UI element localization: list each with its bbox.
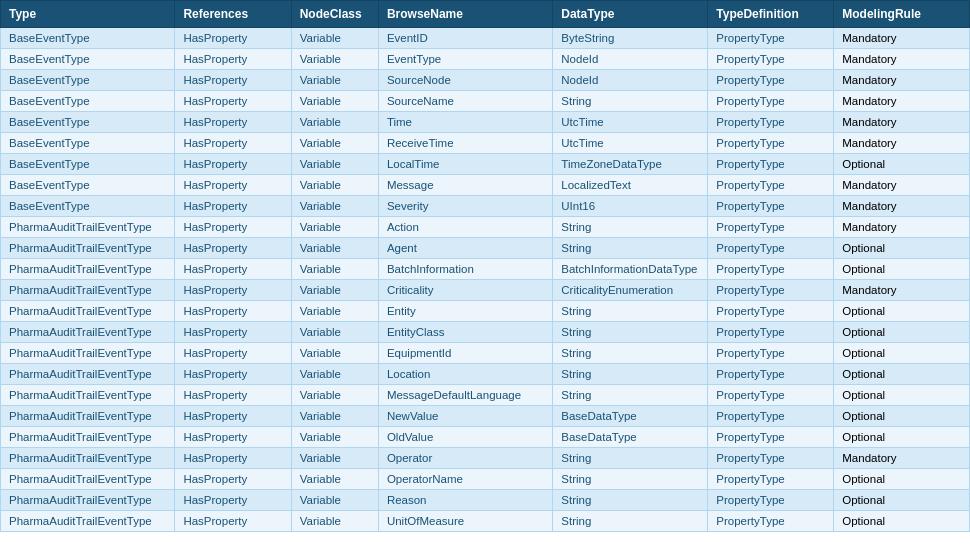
cell-datatype: String — [553, 448, 708, 469]
cell-typedefinition: PropertyType — [708, 70, 834, 91]
cell-browsename: SourceName — [378, 91, 552, 112]
cell-typedefinition: PropertyType — [708, 238, 834, 259]
table-row: BaseEventTypeHasPropertyVariableSourceNa… — [1, 91, 970, 112]
cell-nodeclass: Variable — [291, 427, 378, 448]
cell-references: HasProperty — [175, 133, 291, 154]
cell-references: HasProperty — [175, 406, 291, 427]
cell-datatype: TimeZoneDataType — [553, 154, 708, 175]
cell-type: BaseEventType — [1, 70, 175, 91]
cell-browsename: UnitOfMeasure — [378, 511, 552, 532]
cell-browsename: Message — [378, 175, 552, 196]
cell-datatype: LocalizedText — [553, 175, 708, 196]
cell-nodeclass: Variable — [291, 154, 378, 175]
table-row: BaseEventTypeHasPropertyVariableReceiveT… — [1, 133, 970, 154]
cell-browsename: Location — [378, 364, 552, 385]
cell-browsename: SourceNode — [378, 70, 552, 91]
cell-modelingrule: Optional — [834, 301, 970, 322]
cell-type: PharmaAuditTrailEventType — [1, 280, 175, 301]
cell-nodeclass: Variable — [291, 448, 378, 469]
cell-datatype: String — [553, 322, 708, 343]
cell-nodeclass: Variable — [291, 259, 378, 280]
table-row: BaseEventTypeHasPropertyVariableEventTyp… — [1, 49, 970, 70]
cell-typedefinition: PropertyType — [708, 343, 834, 364]
cell-datatype: BatchInformationDataType — [553, 259, 708, 280]
table-row: PharmaAuditTrailEventTypeHasPropertyVari… — [1, 217, 970, 238]
cell-modelingrule: Optional — [834, 343, 970, 364]
cell-nodeclass: Variable — [291, 238, 378, 259]
cell-nodeclass: Variable — [291, 175, 378, 196]
cell-type: PharmaAuditTrailEventType — [1, 427, 175, 448]
cell-type: PharmaAuditTrailEventType — [1, 511, 175, 532]
cell-browsename: Agent — [378, 238, 552, 259]
cell-typedefinition: PropertyType — [708, 49, 834, 70]
cell-typedefinition: PropertyType — [708, 280, 834, 301]
cell-modelingrule: Optional — [834, 238, 970, 259]
table-row: BaseEventTypeHasPropertyVariableMessageL… — [1, 175, 970, 196]
cell-modelingrule: Optional — [834, 427, 970, 448]
col-header-type: Type — [1, 1, 175, 28]
cell-modelingrule: Mandatory — [834, 49, 970, 70]
cell-typedefinition: PropertyType — [708, 112, 834, 133]
col-header-nodeclass: NodeClass — [291, 1, 378, 28]
cell-type: BaseEventType — [1, 133, 175, 154]
table-row: PharmaAuditTrailEventTypeHasPropertyVari… — [1, 406, 970, 427]
cell-modelingrule: Optional — [834, 364, 970, 385]
cell-references: HasProperty — [175, 217, 291, 238]
cell-type: BaseEventType — [1, 175, 175, 196]
cell-modelingrule: Mandatory — [834, 175, 970, 196]
cell-modelingrule: Mandatory — [834, 133, 970, 154]
cell-datatype: String — [553, 301, 708, 322]
cell-typedefinition: PropertyType — [708, 364, 834, 385]
cell-typedefinition: PropertyType — [708, 259, 834, 280]
cell-modelingrule: Mandatory — [834, 217, 970, 238]
cell-modelingrule: Optional — [834, 322, 970, 343]
cell-browsename: EntityClass — [378, 322, 552, 343]
col-header-browsename: BrowseName — [378, 1, 552, 28]
table-row: PharmaAuditTrailEventTypeHasPropertyVari… — [1, 322, 970, 343]
cell-browsename: Criticality — [378, 280, 552, 301]
cell-references: HasProperty — [175, 301, 291, 322]
cell-nodeclass: Variable — [291, 385, 378, 406]
cell-type: PharmaAuditTrailEventType — [1, 448, 175, 469]
cell-type: PharmaAuditTrailEventType — [1, 469, 175, 490]
cell-typedefinition: PropertyType — [708, 154, 834, 175]
cell-browsename: ReceiveTime — [378, 133, 552, 154]
cell-references: HasProperty — [175, 448, 291, 469]
table-row: PharmaAuditTrailEventTypeHasPropertyVari… — [1, 490, 970, 511]
cell-datatype: String — [553, 91, 708, 112]
cell-references: HasProperty — [175, 112, 291, 133]
cell-references: HasProperty — [175, 28, 291, 49]
cell-type: PharmaAuditTrailEventType — [1, 238, 175, 259]
cell-type: PharmaAuditTrailEventType — [1, 301, 175, 322]
cell-type: BaseEventType — [1, 112, 175, 133]
cell-modelingrule: Mandatory — [834, 280, 970, 301]
cell-browsename: OldValue — [378, 427, 552, 448]
cell-type: BaseEventType — [1, 154, 175, 175]
cell-datatype: String — [553, 217, 708, 238]
cell-type: BaseEventType — [1, 49, 175, 70]
cell-typedefinition: PropertyType — [708, 385, 834, 406]
table-row: PharmaAuditTrailEventTypeHasPropertyVari… — [1, 259, 970, 280]
cell-nodeclass: Variable — [291, 133, 378, 154]
table-row: BaseEventTypeHasPropertyVariableSourceNo… — [1, 70, 970, 91]
cell-modelingrule: Optional — [834, 511, 970, 532]
cell-type: PharmaAuditTrailEventType — [1, 385, 175, 406]
cell-type: PharmaAuditTrailEventType — [1, 490, 175, 511]
cell-type: BaseEventType — [1, 28, 175, 49]
cell-typedefinition: PropertyType — [708, 301, 834, 322]
cell-datatype: UInt16 — [553, 196, 708, 217]
cell-typedefinition: PropertyType — [708, 406, 834, 427]
cell-modelingrule: Mandatory — [834, 70, 970, 91]
cell-modelingrule: Optional — [834, 406, 970, 427]
cell-type: BaseEventType — [1, 196, 175, 217]
table-row: BaseEventTypeHasPropertyVariableTimeUtcT… — [1, 112, 970, 133]
cell-modelingrule: Optional — [834, 490, 970, 511]
cell-type: BaseEventType — [1, 91, 175, 112]
cell-nodeclass: Variable — [291, 70, 378, 91]
cell-datatype: String — [553, 364, 708, 385]
cell-typedefinition: PropertyType — [708, 91, 834, 112]
cell-datatype: String — [553, 469, 708, 490]
cell-datatype: BaseDataType — [553, 427, 708, 448]
cell-references: HasProperty — [175, 196, 291, 217]
table-row: BaseEventTypeHasPropertyVariableEventIDB… — [1, 28, 970, 49]
